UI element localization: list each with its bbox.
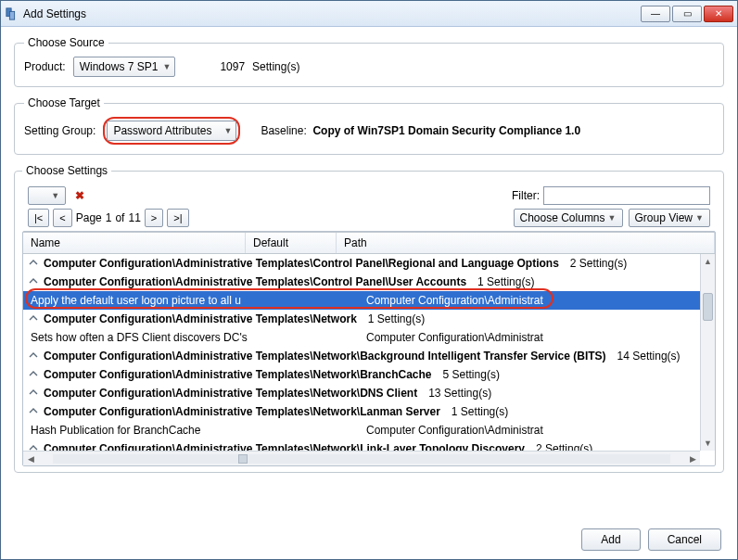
page-label: Page [76,211,102,224]
column-path[interactable]: Path [337,233,715,253]
chevron-up-icon [29,312,38,322]
group-row[interactable]: Computer Configuration\Administrative Te… [23,365,715,384]
chevron-down-icon: ▼ [608,213,617,223]
chevron-up-icon [29,405,38,414]
window-title: Add Settings [23,7,639,20]
grid-header: Name Default Path [23,232,715,254]
page-prev-button[interactable]: < [53,209,71,227]
vertical-scrollbar[interactable]: ▲ ▼ [700,254,715,451]
settings-count: 1097 [220,60,245,73]
clear-icon[interactable]: ✖ [71,187,88,204]
filter-label: Filter: [512,189,540,202]
column-name[interactable]: Name [23,233,246,253]
page-next-button[interactable]: > [145,209,163,227]
choose-columns-button[interactable]: Choose Columns ▼ [514,209,623,227]
choose-target-legend: Choose Target [24,96,104,109]
chevron-up-icon [29,257,38,266]
page-of: of [115,211,124,224]
page-last-button[interactable]: >| [167,209,188,227]
minimize-button[interactable]: — [641,6,670,22]
chevron-down-icon: ▼ [51,191,59,200]
maximize-button[interactable]: ▭ [672,6,702,22]
chevron-up-icon [29,368,38,377]
horizontal-scrollbar[interactable]: ◀ ▶ [23,451,700,465]
chevron-down-icon: ▼ [162,62,171,71]
baseline-label: Baseline: [261,124,306,137]
titlebar: Add Settings — ▭ ✕ [1,1,737,27]
settings-grid: Name Default Path Computer Configuration… [22,231,716,466]
group-row[interactable]: Computer Configuration\Administrative Te… [23,273,715,291]
choose-settings-group: Choose Settings ▼ ✖ Filter: |< < Page 1 … [14,164,724,473]
group-row[interactable]: Computer Configuration\Administrative Te… [23,402,715,421]
cancel-button[interactable]: Cancel [648,528,721,551]
scroll-down-icon[interactable]: ▼ [701,436,715,451]
group-row[interactable]: Computer Configuration\Administrative Te… [23,439,715,451]
group-view-button[interactable]: Group View ▼ [629,209,710,227]
svg-rect-1 [9,11,14,19]
product-select-value: Windows 7 SP1 [80,60,159,73]
chevron-up-icon [29,350,38,359]
callout-setting-group: Password Attributes ▼ [103,117,240,145]
choose-settings-legend: Choose Settings [22,164,111,177]
chevron-down-icon: ▼ [223,126,232,135]
column-default[interactable]: Default [246,233,337,253]
product-select[interactable]: Windows 7 SP1 ▼ [73,57,176,77]
scroll-thumb[interactable] [703,293,713,321]
filter-input[interactable] [543,186,710,205]
app-icon [5,6,19,21]
history-dropdown-button[interactable]: ▼ [28,186,66,205]
choose-source-legend: Choose Source [24,36,108,49]
group-row[interactable]: Computer Configuration\Administrative Te… [23,347,715,365]
setting-group-label: Setting Group: [24,124,95,137]
chevron-up-icon [29,387,38,396]
page-total: 11 [128,211,140,224]
setting-group-value: Password Attributes [113,124,211,137]
setting-row[interactable]: Apply the default user logon picture to … [23,291,715,310]
grid-rows[interactable]: Computer Configuration\Administrative Te… [23,254,715,451]
scroll-up-icon[interactable]: ▲ [701,254,715,269]
group-row[interactable]: Computer Configuration\Administrative Te… [23,254,715,273]
baseline-value: Copy of Win7SP1 Domain Security Complian… [312,124,580,137]
group-row[interactable]: Computer Configuration\Administrative Te… [23,384,715,402]
chevron-up-icon [29,442,38,451]
scroll-left-icon[interactable]: ◀ [23,454,38,464]
chevron-down-icon: ▼ [695,213,704,223]
page-first-button[interactable]: |< [28,209,49,227]
group-row[interactable]: Computer Configuration\Administrative Te… [23,310,715,328]
choose-source-group: Choose Source Product: Windows 7 SP1 ▼ 1… [14,36,724,87]
chevron-up-icon [29,275,38,285]
close-button[interactable]: ✕ [704,6,733,22]
settings-unit: Setting(s) [252,60,299,73]
setting-group-select[interactable]: Password Attributes ▼ [107,121,236,141]
page-current: 1 [106,211,112,224]
choose-target-group: Choose Target Setting Group: Password At… [14,96,724,155]
product-label: Product: [24,60,66,73]
setting-row[interactable]: Sets how often a DFS Client discovers DC… [23,328,715,347]
scroll-right-icon[interactable]: ▶ [685,454,700,464]
setting-row[interactable]: Hash Publication for BranchCacheComputer… [23,421,715,439]
add-button[interactable]: Add [581,528,640,551]
